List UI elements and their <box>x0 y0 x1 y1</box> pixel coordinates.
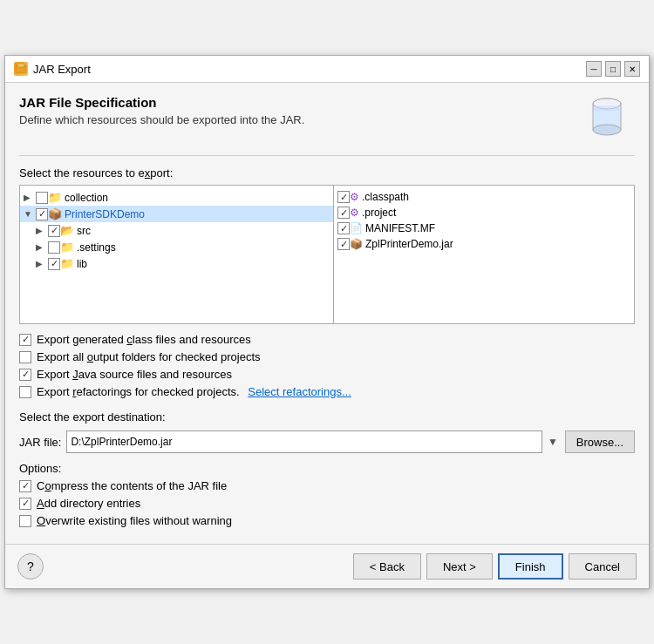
jar-file-row: JAR file: ▼ Browse... <box>19 430 635 453</box>
tree-label-lib: lib <box>77 258 87 270</box>
tree-label-collection: collection <box>65 192 108 204</box>
overwrite-row: Overwrite existing files without warning <box>19 514 635 527</box>
classpath-icon: ⚙ <box>350 191 359 203</box>
checkbox-export-class[interactable] <box>19 334 31 346</box>
finish-button[interactable]: Finish <box>498 553 563 580</box>
options-label: Options: <box>19 462 635 475</box>
tree-label-settings: .settings <box>77 241 116 254</box>
browse-button[interactable]: Browse... <box>565 430 635 453</box>
export-class-row: Export generated class files and resourc… <box>19 333 635 346</box>
destination-label: Select the export destination: <box>19 410 635 424</box>
title-bar-left: JAR Export <box>14 62 91 76</box>
checkbox-zpldemo[interactable] <box>337 238 350 250</box>
destination-section: Select the export destination: JAR file:… <box>19 410 635 527</box>
dialog-body: JAR File Specification Define which reso… <box>5 83 649 544</box>
jar-export-dialog: JAR Export ─ □ ✕ JAR File Specification … <box>4 55 650 589</box>
tree-item-printersdk[interactable]: ▼ 📦 PrinterSDKDemo <box>20 206 333 222</box>
tree-item-manifest[interactable]: 📄 MANIFEST.MF <box>334 220 634 236</box>
checkbox-src[interactable] <box>48 225 60 237</box>
export-java-label: Export Java source files and resources <box>37 368 232 381</box>
svg-point-4 <box>593 125 621 135</box>
project-icon-sdk: 📦 <box>48 207 62 220</box>
export-refactor-row: Export refactorings for checked projects… <box>19 385 635 398</box>
dialog-footer: ? < Back Next > Finish Cancel <box>5 544 649 588</box>
src-icon: 📂 <box>60 224 74 237</box>
expand-icon-src: ▶ <box>36 226 48 235</box>
svg-rect-1 <box>17 64 24 67</box>
tree-item-lib[interactable]: ▶ 📁 lib <box>32 255 333 272</box>
checkbox-project[interactable] <box>337 207 350 219</box>
tree-item-settings[interactable]: ▶ 📁 .settings <box>32 239 333 255</box>
jar-file-input[interactable] <box>66 430 542 453</box>
checkbox-settings[interactable] <box>48 241 60 254</box>
export-java-row: Export Java source files and resources <box>19 368 635 381</box>
cancel-button[interactable]: Cancel <box>569 553 637 580</box>
manifest-icon: 📄 <box>350 222 363 234</box>
help-icon: ? <box>27 559 34 573</box>
add-dir-label: Add directory entries <box>37 497 140 510</box>
tree-item-classpath[interactable]: ⚙ .classpath <box>334 189 634 205</box>
resources-label: Select the resources to export: <box>19 166 635 180</box>
export-refactor-label: Export refactorings for checked projects… <box>37 385 242 398</box>
tree-label-project: .project <box>362 207 396 219</box>
tree-item-src[interactable]: ▶ 📂 src <box>32 222 333 239</box>
jar-file-label: JAR file: <box>19 436 61 449</box>
checkbox-lib[interactable] <box>48 258 60 270</box>
resources-section: Select the resources to export: ▶ 📁 coll… <box>19 166 635 324</box>
select-refactorings-link[interactable]: Select refactorings... <box>248 385 351 398</box>
title-bar-controls: ─ □ ✕ <box>586 61 640 77</box>
project-file-icon: ⚙ <box>350 207 359 219</box>
checkbox-export-java[interactable] <box>19 369 31 381</box>
maximize-button[interactable]: □ <box>605 61 621 77</box>
checkbox-compress[interactable] <box>19 480 31 492</box>
export-class-label: Export generated class files and resourc… <box>37 333 251 346</box>
expand-icon-lib: ▶ <box>36 259 48 268</box>
export-output-row: Export all output folders for checked pr… <box>19 350 635 363</box>
checkbox-classpath[interactable] <box>337 191 350 203</box>
help-button[interactable]: ? <box>17 553 44 580</box>
next-button[interactable]: Next > <box>426 553 493 580</box>
title-bar: JAR Export ─ □ ✕ <box>5 56 649 83</box>
tree-label-manifest: MANIFEST.MF <box>365 222 435 234</box>
checkbox-overwrite[interactable] <box>19 515 31 527</box>
settings-folder-icon: 📁 <box>60 241 74 254</box>
checkbox-export-refactor[interactable] <box>19 386 31 398</box>
folder-icon-collection: 📁 <box>48 191 62 204</box>
header-section: JAR File Specification Define which reso… <box>19 95 635 156</box>
add-dir-row: Add directory entries <box>19 497 635 510</box>
checkbox-collection[interactable] <box>36 192 48 204</box>
close-button[interactable]: ✕ <box>624 61 640 77</box>
tree-label-sdk: PrinterSDKDemo <box>65 208 145 220</box>
checkbox-export-output[interactable] <box>19 351 31 363</box>
tree-right[interactable]: ⚙ .classpath ⚙ .project 📄 MANIFEST.MF <box>334 186 634 323</box>
export-output-label: Export all output folders for checked pr… <box>37 350 261 363</box>
tree-item-collection[interactable]: ▶ 📁 collection <box>20 189 333 206</box>
compress-row: Compress the contents of the JAR file <box>19 479 635 492</box>
compress-label: Compress the contents of the JAR file <box>37 479 227 492</box>
svg-rect-6 <box>595 105 619 111</box>
export-options-section: Export generated class files and resourc… <box>19 333 635 398</box>
minimize-button[interactable]: ─ <box>586 61 602 77</box>
page-description: Define which resources should be exporte… <box>19 113 304 126</box>
dialog-title: JAR Export <box>33 63 91 76</box>
tree-item-zpldemo[interactable]: 📦 ZplPrinterDemo.jar <box>334 236 634 252</box>
tree-label-src: src <box>77 225 91 237</box>
page-title: JAR File Specification <box>19 95 304 110</box>
jar-illustration-icon <box>586 95 628 143</box>
back-button[interactable]: < Back <box>353 553 421 580</box>
checkbox-add-dir[interactable] <box>19 498 31 510</box>
overwrite-label: Overwrite existing files without warning <box>37 514 232 527</box>
checkbox-manifest[interactable] <box>337 222 350 234</box>
lib-folder-icon: 📁 <box>60 257 74 270</box>
expand-icon: ▶ <box>24 193 36 202</box>
checkbox-printersdk[interactable] <box>36 208 48 220</box>
tree-label-classpath: .classpath <box>362 191 409 203</box>
expand-icon-settings: ▶ <box>36 242 48 252</box>
tree-left[interactable]: ▶ 📁 collection ▼ 📦 PrinterSDKDemo <box>20 186 334 323</box>
tree-area: ▶ 📁 collection ▼ 📦 PrinterSDKDemo <box>19 185 635 324</box>
tree-item-project[interactable]: ⚙ .project <box>334 205 634 220</box>
dropdown-arrow-icon[interactable]: ▼ <box>548 436 558 448</box>
footer-buttons: < Back Next > Finish Cancel <box>353 553 637 580</box>
jar-file-icon: 📦 <box>350 238 363 250</box>
dialog-icon <box>14 62 28 76</box>
